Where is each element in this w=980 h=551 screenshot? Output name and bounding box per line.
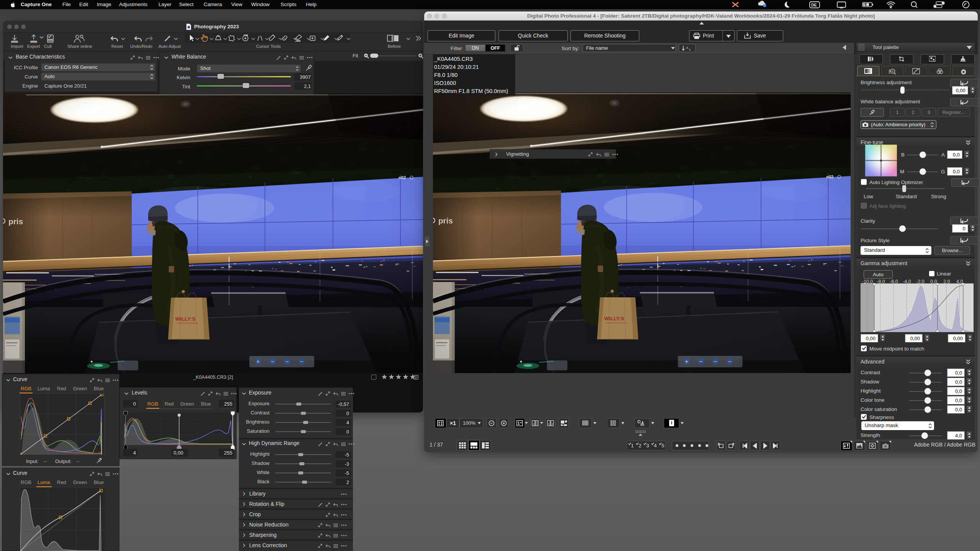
svg-text:1: 1	[518, 421, 520, 425]
svg-text:DE: DE	[811, 3, 817, 7]
svg-text:!: !	[638, 421, 639, 423]
svg-text:1: 1	[548, 422, 550, 426]
svg-text:z: z	[689, 48, 691, 51]
svg-text:1: 1	[536, 422, 538, 426]
svg-text:2: 2	[552, 422, 554, 426]
svg-text:1: 1	[533, 422, 535, 426]
svg-text:A: A	[686, 46, 688, 50]
